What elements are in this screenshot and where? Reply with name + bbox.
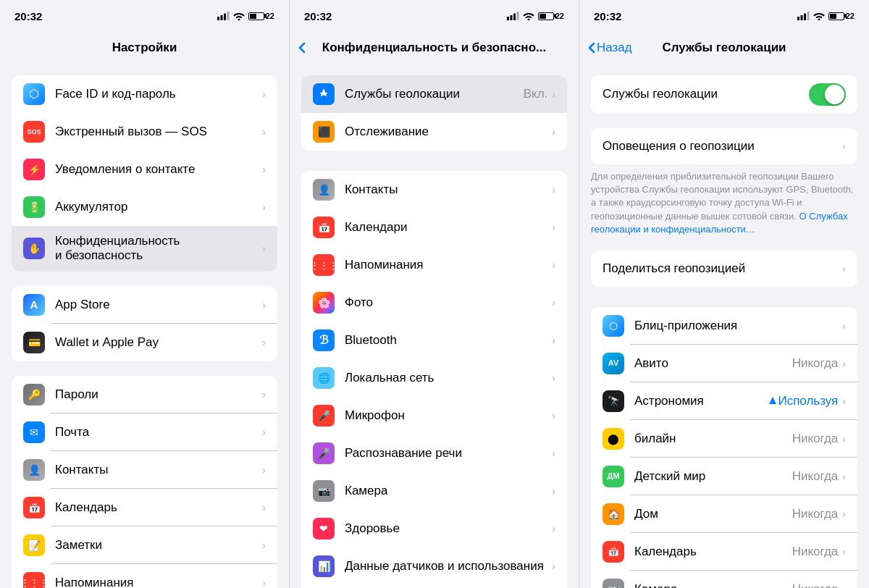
calendar-priv-icon: 📅: [313, 217, 335, 238]
wifi-icon-3: [813, 12, 825, 20]
contact-notify-text: Уведомления о контакте: [55, 162, 262, 177]
appstore-text: App Store: [55, 298, 262, 312]
row-photos-priv[interactable]: 🌸 Фото ›: [301, 284, 567, 322]
camera-priv-icon: 📷: [313, 480, 335, 502]
speech-icon: 🎤: [313, 442, 335, 464]
row-passwords[interactable]: 🔑 Пароли ›: [12, 376, 277, 413]
row-calendar1[interactable]: 📅 Календарь ›: [12, 489, 277, 526]
notes-icon: 📝: [23, 534, 45, 556]
svg-rect-2: [224, 14, 226, 21]
row-wallet[interactable]: 💳 Wallet и Apple Pay ›: [12, 324, 277, 361]
panel2-scroll[interactable]: Службы геолокации Вкл. › ⬛ Отслеживание …: [290, 64, 579, 588]
back-button-2[interactable]: [298, 42, 306, 54]
row-avito[interactable]: AV Авито Никогда ›: [591, 345, 857, 382]
status-time-3: 20:32: [594, 10, 621, 22]
health-icon: ❤: [313, 518, 335, 539]
battery-icon-3: 22: [828, 12, 855, 20]
battery-percent: 22: [266, 12, 274, 20]
row-geo[interactable]: Службы геолокации Вкл. ›: [301, 75, 567, 113]
row-calendar-priv[interactable]: 📅 Календари ›: [301, 209, 567, 246]
contact-notify-icon: ⚡: [23, 159, 45, 180]
panel2-section-geo: Службы геолокации Вкл. › ⬛ Отслеживание …: [301, 75, 567, 151]
appstore-icon: A: [23, 294, 45, 316]
row-mail[interactable]: ✉ Почта ›: [12, 413, 277, 451]
panel3-title: Службы геолокации: [662, 41, 786, 55]
geo-icon: [313, 83, 335, 105]
passwords-icon: 🔑: [23, 384, 45, 406]
panel3-scroll[interactable]: Службы геолокации Оповещения о геопозици…: [579, 64, 869, 588]
row-homekit[interactable]: 🏠 HomeKit ›: [301, 585, 567, 588]
row-astronomy[interactable]: 🔭 Астрономия Используя ›: [591, 382, 857, 420]
calendar1-icon: 📅: [23, 497, 45, 518]
reminders-priv-icon: ⋮⋮⋮: [313, 254, 335, 276]
geo-apps-section: ⬡ Блиц-приложения › AV Авито Никогда ›: [591, 307, 857, 588]
back-button-3[interactable]: Назад: [588, 41, 632, 55]
row-battery[interactable]: 🔋 Аккумулятор ›: [12, 188, 277, 226]
row-reminders1[interactable]: ⋮⋮⋮ Напоминания ›: [12, 564, 277, 588]
row-reminders-priv[interactable]: ⋮⋮⋮ Напоминания ›: [301, 246, 567, 284]
status-icons-3: 22: [797, 12, 855, 20]
row-camera-geo[interactable]: 📷 Камера Никогда ›: [591, 571, 857, 588]
row-microphone[interactable]: 🎤 Микрофон ›: [301, 397, 567, 434]
row-localnet[interactable]: 🌐 Локальная сеть ›: [301, 359, 567, 397]
row-blitz[interactable]: ⬡ Блиц-приложения ›: [591, 307, 857, 345]
row-bluetooth-priv[interactable]: ℬ Bluetooth ›: [301, 322, 567, 359]
row-share-geo[interactable]: Поделиться геопозицией ›: [591, 251, 857, 287]
row-speech[interactable]: 🎤 Распознавание речи ›: [301, 434, 567, 472]
bluetooth-priv-icon: ℬ: [313, 329, 335, 351]
svg-rect-8: [797, 17, 799, 20]
geo-toggle-switch[interactable]: [809, 83, 846, 106]
faceid-text: Face ID и код-пароль: [55, 87, 262, 101]
row-beeline[interactable]: ⬤ билайн Никогда ›: [591, 420, 857, 458]
panel1-section-apps1: A App Store › 💳 Wallet и Apple Pay ›: [12, 286, 277, 361]
geo-toggle-section: Службы геолокации: [591, 75, 857, 114]
row-tracking[interactable]: ⬛ Отслеживание ›: [301, 113, 567, 151]
svg-rect-5: [510, 15, 512, 20]
wallet-icon: 💳: [23, 332, 45, 353]
panel-geolocation: 20:32 22 Назад Службы геолокации: [579, 0, 869, 588]
blitz-icon: ⬡: [603, 315, 624, 337]
wallet-text: Wallet и Apple Pay: [55, 335, 262, 350]
panel-privacy: 20:32 22 Конфиденциальность и безопасно.…: [290, 0, 579, 588]
privacy-icon: ✋: [23, 238, 45, 259]
panel-settings: 20:32 22 Настройки ⬡: [0, 0, 290, 588]
row-home[interactable]: 🏠 Дом Никогда ›: [591, 495, 857, 533]
svg-rect-6: [513, 14, 516, 21]
battery-setting-icon: 🔋: [23, 196, 45, 218]
battery-icon-2: 22: [538, 12, 564, 20]
microphone-icon: 🎤: [313, 405, 335, 427]
row-sos[interactable]: SOS Экстренный вызов — SOS ›: [12, 113, 277, 151]
contacts-priv-icon: 👤: [313, 179, 335, 201]
row-calendar-geo[interactable]: 📅 Календарь Никогда ›: [591, 533, 857, 571]
row-contacts1[interactable]: 👤 Контакты ›: [12, 451, 277, 489]
row-camera-priv[interactable]: 📷 Камера ›: [301, 472, 567, 510]
geo-share-section: Поделиться геопозицией ›: [591, 251, 857, 287]
row-detmir[interactable]: ДМ Детский мир Никогда ›: [591, 458, 857, 495]
row-geo-alert[interactable]: Оповещения о геопозиции ›: [591, 128, 857, 164]
row-sensor[interactable]: 📊 Данные датчиков и использования ›: [301, 547, 567, 585]
row-privacy[interactable]: ✋ Конфиденциальностьи безопасность ›: [12, 226, 277, 272]
svg-rect-3: [227, 12, 229, 20]
panel1-section-top: ⬡ Face ID и код-пароль › SOS Экстренный …: [12, 75, 277, 272]
camera-geo-icon: 📷: [603, 579, 624, 588]
faceid-icon: ⬡: [23, 83, 45, 105]
panel1-scroll[interactable]: ⬡ Face ID и код-пароль › SOS Экстренный …: [0, 64, 289, 588]
row-contact-notify[interactable]: ⚡ Уведомления о контакте ›: [12, 151, 277, 188]
panel1-section-apps2: 🔑 Пароли › ✉ Почта › 👤: [12, 376, 277, 588]
panel2-title: Конфиденциальность и безопасно...: [322, 41, 546, 55]
row-faceid[interactable]: ⬡ Face ID и код-пароль ›: [12, 75, 277, 113]
status-bar-3: 20:32 22: [579, 0, 869, 32]
row-health[interactable]: ❤ Здоровье ›: [301, 510, 567, 547]
row-notes[interactable]: 📝 Заметки ›: [12, 526, 277, 564]
mail-icon: ✉: [23, 421, 45, 443]
signal-icon-3: [797, 12, 810, 20]
geo-info-text: Для определения приблизительной геопозиц…: [579, 164, 869, 245]
reminders1-icon: ⋮⋮⋮: [23, 572, 45, 588]
astronomy-icon: 🔭: [603, 390, 624, 412]
row-appstore[interactable]: A App Store ›: [12, 286, 277, 324]
back-label-3: Назад: [597, 41, 632, 55]
back-chevron-3: [588, 42, 595, 54]
svg-rect-0: [217, 17, 219, 20]
row-contacts-priv[interactable]: 👤 Контакты ›: [301, 171, 567, 209]
battery-icon: 22: [248, 12, 274, 20]
